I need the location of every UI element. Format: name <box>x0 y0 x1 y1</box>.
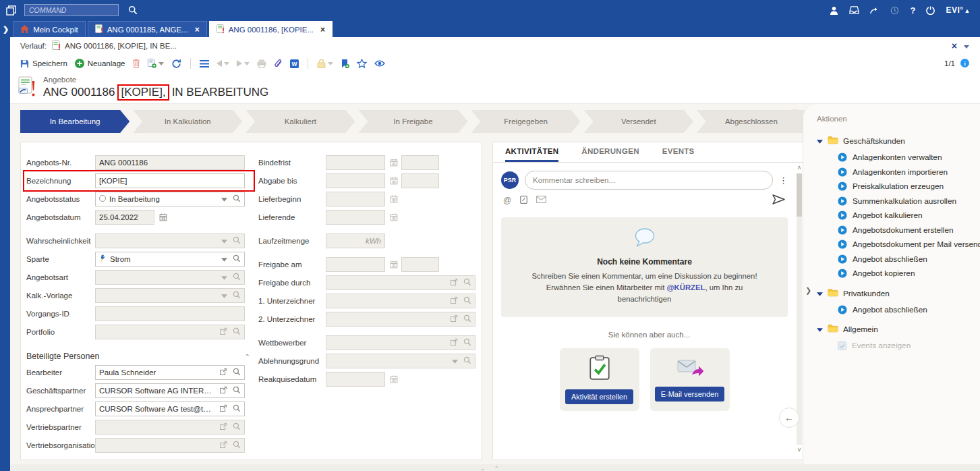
panel-collapse-chevron-icon[interactable]: ❯ <box>805 286 811 295</box>
search-icon[interactable] <box>128 5 138 15</box>
lookup-search-icon[interactable] <box>233 441 241 450</box>
field-input-bindefrist[interactable] <box>326 155 385 170</box>
tree-collapse-caret-icon[interactable] <box>817 289 823 298</box>
field-input-angebots-nr[interactable]: ANG 0001186 <box>95 155 245 170</box>
dropdown-caret-icon[interactable] <box>452 357 458 365</box>
calendar-icon[interactable] <box>390 375 398 383</box>
inbox-icon[interactable] <box>849 6 859 14</box>
field-input-wettbewerber[interactable] <box>326 335 475 350</box>
action-angebot-abschließen[interactable]: Angebot abschließen <box>838 304 975 315</box>
help-icon[interactable]: ? <box>910 5 915 16</box>
favorite-star-icon[interactable] <box>357 59 367 68</box>
e-mail-versenden-button[interactable]: E-Mail versenden <box>655 387 725 401</box>
open-record-icon[interactable] <box>219 386 227 395</box>
field-input-vorgangs-id[interactable] <box>95 306 245 321</box>
dropdown-caret-icon[interactable] <box>221 195 227 203</box>
lookup-search-icon[interactable] <box>463 314 471 324</box>
process-step-in-kalkulation[interactable]: In Kalkulation <box>133 110 242 133</box>
window-switcher-icon[interactable] <box>6 5 16 16</box>
calendar-icon[interactable] <box>390 213 398 221</box>
field-input-kalk-vorlage[interactable] <box>95 288 245 303</box>
chevron-down-icon[interactable] <box>964 42 969 50</box>
info-icon[interactable]: i <box>960 59 969 69</box>
scrollbar-thumb[interactable] <box>797 173 802 217</box>
tab-mein-cockpit[interactable]: Mein Cockpit <box>13 21 85 37</box>
lookup-search-icon[interactable] <box>233 254 241 264</box>
tree-collapse-caret-icon[interactable] <box>817 325 823 334</box>
lookup-search-icon[interactable] <box>463 278 471 287</box>
action-angebot-kopieren[interactable]: Angebot kopieren <box>838 268 975 279</box>
action-summenkalkulation-ausrollen[interactable]: Summenkalkulation ausrollen <box>838 195 975 206</box>
task-note-icon[interactable] <box>520 196 527 206</box>
open-record-icon[interactable] <box>219 368 227 377</box>
action-group-allgemein[interactable]: Allgemein <box>817 322 975 337</box>
sync-icon[interactable] <box>890 6 899 15</box>
action-angebotsdokument-per-mail-versenden[interactable]: Angebotsdokument per Mail versenden <box>838 239 975 250</box>
field-input-2-unterzeichner[interactable] <box>326 312 475 327</box>
time-input[interactable] <box>401 257 439 272</box>
action-preiskalkulation-erzeugen[interactable]: Preiskalkulation erzeugen <box>838 181 975 192</box>
aktivität-erstellen-button[interactable]: Aktivität erstellen <box>565 389 633 404</box>
lookup-search-icon[interactable] <box>233 327 241 337</box>
calendar-icon[interactable] <box>390 177 398 185</box>
lock-icon[interactable] <box>317 59 333 68</box>
process-step-freigegeben[interactable]: Freigegeben <box>471 110 581 133</box>
close-icon[interactable]: × <box>952 41 957 51</box>
open-record-icon[interactable] <box>450 278 458 287</box>
open-record-icon[interactable] <box>450 338 458 348</box>
field-input-geschäftspartner[interactable]: CURSOR Software AG INTERESSENT <box>95 383 245 398</box>
copy-record-icon[interactable] <box>148 59 164 68</box>
tab-änderungen[interactable]: ÄNDERUNGEN <box>581 142 639 162</box>
field-input-portfolio[interactable] <box>95 325 245 339</box>
watch-eye-icon[interactable] <box>374 60 385 67</box>
mention-icon[interactable]: @ <box>503 196 511 205</box>
refresh-icon[interactable] <box>171 59 181 69</box>
tab-close-icon[interactable]: × <box>195 25 200 34</box>
field-input-angebotsstatus[interactable]: In Bearbeitung <box>95 192 245 206</box>
splitter-handles[interactable]: ⌄⌃ <box>480 466 508 471</box>
expand-chevron-icon[interactable]: ❯ <box>3 25 9 34</box>
lookup-search-icon[interactable] <box>233 386 241 395</box>
tab-events[interactable]: EVENTS <box>662 142 695 162</box>
action-angebot-kalkulieren[interactable]: Angebot kalkulieren <box>838 210 975 221</box>
lookup-search-icon[interactable] <box>233 422 241 432</box>
new-record-button[interactable]: Neuanlage <box>75 59 125 68</box>
more-options-icon[interactable]: ⋮ <box>779 175 788 186</box>
calendar-icon[interactable] <box>390 195 398 203</box>
lookup-search-icon[interactable] <box>463 296 471 306</box>
history-entry[interactable]: ! ANG 0001186, [KOPIE], IN BE... <box>52 40 177 52</box>
tab-aktivitäten[interactable]: AKTIVITÄTEN <box>505 142 558 162</box>
process-step-in-freigabe[interactable]: In Freigabe <box>358 110 467 133</box>
action-group-geschäftskunden[interactable]: Geschäftskunden <box>817 134 975 148</box>
dropdown-caret-icon[interactable] <box>221 237 227 245</box>
tab-ang-0001186-kopie[interactable]: !ANG 0001186, [KOPIE...× <box>209 21 333 37</box>
nav-forward-icon[interactable] <box>237 60 250 67</box>
open-record-icon[interactable] <box>219 327 227 337</box>
lookup-search-icon[interactable] <box>463 356 471 366</box>
user-icon[interactable] <box>830 6 838 15</box>
field-input-wahrscheinlichkeit[interactable] <box>95 233 245 248</box>
field-input-angebotsdatum[interactable]: 25.04.2022 <box>95 210 154 225</box>
process-step-in-bearbeitung[interactable]: In Bearbeitung <box>20 110 129 133</box>
field-input-ablehnungsgrund[interactable] <box>326 354 475 368</box>
attachment-icon[interactable] <box>274 59 283 69</box>
calendar-icon[interactable] <box>159 213 167 221</box>
open-record-icon[interactable] <box>219 441 227 450</box>
open-record-icon[interactable] <box>219 422 227 432</box>
action-angebot-abschließen[interactable]: Angebot abschließen <box>838 253 975 265</box>
lookup-search-icon[interactable] <box>233 404 241 414</box>
lookup-search-icon[interactable] <box>463 338 471 348</box>
command-input[interactable] <box>24 4 119 16</box>
field-input-laufzeitmenge[interactable]: kWh <box>326 233 385 248</box>
calendar-icon[interactable] <box>390 260 398 269</box>
tab-ang-0001185-ange[interactable]: !ANG 0001185, ANGE...× <box>88 21 207 37</box>
field-input-sparte[interactable]: Strom <box>95 252 245 267</box>
comment-input[interactable]: Kommentar schreiben... <box>525 171 773 190</box>
mention-link[interactable]: @KÜRZEL <box>667 283 705 292</box>
save-button[interactable]: Speichern <box>20 59 67 68</box>
field-input-vertriebspartner[interactable] <box>95 420 245 435</box>
open-record-icon[interactable] <box>219 404 227 414</box>
process-step-versendet[interactable]: Versendet <box>584 110 693 133</box>
field-input-bearbeiter[interactable]: Paula Schneider <box>95 365 245 380</box>
dropdown-caret-icon[interactable] <box>221 273 227 281</box>
